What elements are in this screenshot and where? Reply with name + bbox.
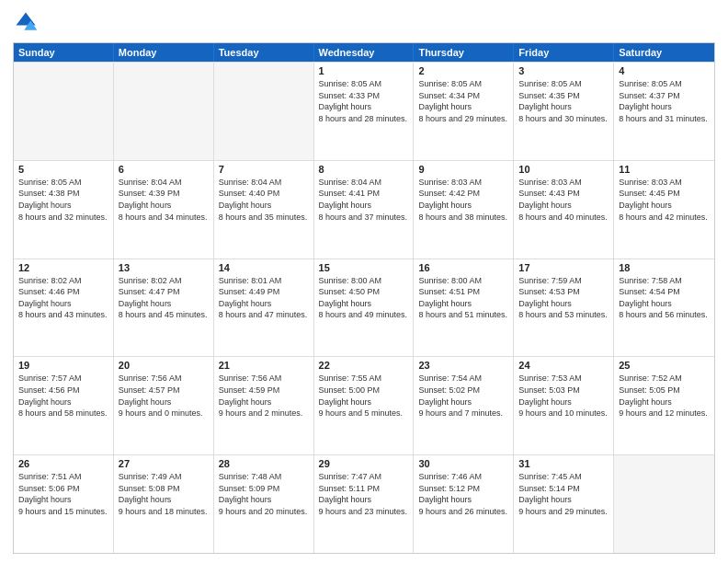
calendar-cell: 10Sunrise: 8:03 AMSunset: 4:43 PMDayligh…	[514, 161, 614, 259]
calendar-week: 12Sunrise: 8:02 AMSunset: 4:46 PMDayligh…	[14, 259, 714, 357]
day-detail: Sunrise: 7:45 AMSunset: 5:14 PMDaylight …	[518, 471, 609, 517]
calendar-cell: 23Sunrise: 7:54 AMSunset: 5:02 PMDayligh…	[414, 357, 514, 454]
day-number: 30	[418, 458, 508, 469]
calendar-week: 26Sunrise: 7:51 AMSunset: 5:06 PMDayligh…	[14, 454, 714, 553]
calendar-cell: 18Sunrise: 7:58 AMSunset: 4:54 PMDayligh…	[614, 259, 714, 357]
day-detail: Sunrise: 8:05 AMSunset: 4:35 PMDaylight …	[518, 78, 609, 124]
calendar-cell: 25Sunrise: 7:52 AMSunset: 5:05 PMDayligh…	[614, 357, 714, 454]
calendar-cell	[114, 63, 214, 160]
logo	[13, 9, 42, 35]
calendar-cell	[614, 455, 714, 553]
day-detail: Sunrise: 8:02 AMSunset: 4:47 PMDaylight …	[119, 275, 209, 321]
day-number: 2	[418, 65, 508, 76]
day-number: 6	[119, 164, 209, 175]
day-detail: Sunrise: 7:52 AMSunset: 5:05 PMDaylight …	[619, 373, 710, 419]
header	[13, 9, 715, 35]
calendar-cell: 19Sunrise: 7:57 AMSunset: 4:56 PMDayligh…	[14, 357, 114, 454]
calendar-body: 1Sunrise: 8:05 AMSunset: 4:33 PMDaylight…	[14, 62, 714, 553]
day-detail: Sunrise: 7:53 AMSunset: 5:03 PMDaylight …	[518, 373, 609, 419]
calendar-cell: 4Sunrise: 8:05 AMSunset: 4:37 PMDaylight…	[614, 63, 714, 160]
day-number: 1	[319, 65, 409, 76]
day-detail: Sunrise: 8:02 AMSunset: 4:46 PMDaylight …	[18, 275, 108, 321]
day-number: 27	[119, 458, 209, 469]
calendar-cell: 24Sunrise: 7:53 AMSunset: 5:03 PMDayligh…	[514, 357, 614, 454]
day-detail: Sunrise: 8:04 AMSunset: 4:40 PMDaylight …	[219, 177, 309, 223]
day-number: 20	[119, 360, 209, 371]
day-number: 3	[518, 65, 609, 76]
day-number: 17	[518, 262, 609, 273]
day-detail: Sunrise: 8:00 AMSunset: 4:51 PMDaylight …	[418, 275, 508, 321]
day-detail: Sunrise: 7:56 AMSunset: 4:59 PMDaylight …	[219, 373, 309, 419]
day-detail: Sunrise: 7:58 AMSunset: 4:54 PMDaylight …	[619, 275, 710, 321]
day-detail: Sunrise: 8:05 AMSunset: 4:34 PMDaylight …	[418, 78, 508, 124]
day-detail: Sunrise: 7:55 AMSunset: 5:00 PMDaylight …	[319, 373, 409, 419]
day-number: 13	[119, 262, 209, 273]
day-detail: Sunrise: 8:00 AMSunset: 4:50 PMDaylight …	[319, 275, 409, 321]
day-number: 24	[518, 360, 609, 371]
day-detail: Sunrise: 8:04 AMSunset: 4:41 PMDaylight …	[319, 177, 409, 223]
day-detail: Sunrise: 7:47 AMSunset: 5:11 PMDaylight …	[319, 471, 409, 517]
calendar-cell: 14Sunrise: 8:01 AMSunset: 4:49 PMDayligh…	[214, 259, 314, 357]
calendar-cell: 26Sunrise: 7:51 AMSunset: 5:06 PMDayligh…	[14, 455, 114, 553]
calendar-cell: 27Sunrise: 7:49 AMSunset: 5:08 PMDayligh…	[114, 455, 214, 553]
day-number: 25	[619, 360, 710, 371]
calendar-cell: 3Sunrise: 8:05 AMSunset: 4:35 PMDaylight…	[514, 63, 614, 160]
calendar-header: SundayMondayTuesdayWednesdayThursdayFrid…	[14, 43, 714, 62]
calendar-week: 19Sunrise: 7:57 AMSunset: 4:56 PMDayligh…	[14, 356, 714, 454]
day-number: 22	[319, 360, 409, 371]
calendar-cell: 12Sunrise: 8:02 AMSunset: 4:46 PMDayligh…	[14, 259, 114, 357]
weekday-header: Tuesday	[214, 43, 314, 62]
calendar-cell: 20Sunrise: 7:56 AMSunset: 4:57 PMDayligh…	[114, 357, 214, 454]
calendar-cell: 7Sunrise: 8:04 AMSunset: 4:40 PMDaylight…	[214, 161, 314, 259]
calendar-week: 1Sunrise: 8:05 AMSunset: 4:33 PMDaylight…	[14, 62, 714, 160]
day-detail: Sunrise: 8:03 AMSunset: 4:42 PMDaylight …	[418, 177, 508, 223]
calendar-cell: 13Sunrise: 8:02 AMSunset: 4:47 PMDayligh…	[114, 259, 214, 357]
day-detail: Sunrise: 8:04 AMSunset: 4:39 PMDaylight …	[119, 177, 209, 223]
day-number: 31	[518, 458, 609, 469]
day-detail: Sunrise: 7:48 AMSunset: 5:09 PMDaylight …	[219, 471, 309, 517]
calendar-cell: 5Sunrise: 8:05 AMSunset: 4:38 PMDaylight…	[14, 161, 114, 259]
day-number: 4	[619, 65, 710, 76]
day-detail: Sunrise: 8:01 AMSunset: 4:49 PMDaylight …	[219, 275, 309, 321]
calendar-week: 5Sunrise: 8:05 AMSunset: 4:38 PMDaylight…	[14, 160, 714, 259]
calendar-cell: 17Sunrise: 7:59 AMSunset: 4:53 PMDayligh…	[514, 259, 614, 357]
day-number: 16	[418, 262, 508, 273]
day-number: 5	[18, 164, 108, 175]
day-number: 12	[18, 262, 108, 273]
calendar-cell: 15Sunrise: 8:00 AMSunset: 4:50 PMDayligh…	[314, 259, 415, 357]
day-detail: Sunrise: 7:51 AMSunset: 5:06 PMDaylight …	[18, 471, 108, 517]
calendar-cell: 1Sunrise: 8:05 AMSunset: 4:33 PMDaylight…	[314, 63, 415, 160]
day-detail: Sunrise: 7:54 AMSunset: 5:02 PMDaylight …	[418, 373, 508, 419]
day-number: 14	[219, 262, 309, 273]
weekday-header: Thursday	[414, 43, 514, 62]
logo-icon	[13, 9, 39, 35]
day-number: 15	[319, 262, 409, 273]
day-detail: Sunrise: 8:05 AMSunset: 4:38 PMDaylight …	[18, 177, 108, 223]
day-detail: Sunrise: 8:05 AMSunset: 4:33 PMDaylight …	[319, 78, 409, 124]
day-number: 23	[418, 360, 508, 371]
weekday-header: Saturday	[614, 43, 714, 62]
day-number: 10	[518, 164, 609, 175]
day-detail: Sunrise: 7:57 AMSunset: 4:56 PMDaylight …	[18, 373, 108, 419]
day-number: 29	[319, 458, 409, 469]
calendar-cell: 8Sunrise: 8:04 AMSunset: 4:41 PMDaylight…	[314, 161, 415, 259]
day-number: 19	[18, 360, 108, 371]
calendar-cell	[14, 63, 114, 160]
calendar-cell	[214, 63, 314, 160]
day-number: 7	[219, 164, 309, 175]
day-detail: Sunrise: 7:46 AMSunset: 5:12 PMDaylight …	[418, 471, 508, 517]
calendar-cell: 16Sunrise: 8:00 AMSunset: 4:51 PMDayligh…	[414, 259, 514, 357]
day-number: 9	[418, 164, 508, 175]
weekday-header: Monday	[114, 43, 214, 62]
calendar-cell: 21Sunrise: 7:56 AMSunset: 4:59 PMDayligh…	[214, 357, 314, 454]
day-number: 26	[18, 458, 108, 469]
day-detail: Sunrise: 8:05 AMSunset: 4:37 PMDaylight …	[619, 78, 710, 124]
page: SundayMondayTuesdayWednesdayThursdayFrid…	[0, 0, 728, 563]
calendar-cell: 29Sunrise: 7:47 AMSunset: 5:11 PMDayligh…	[314, 455, 415, 553]
weekday-header: Wednesday	[314, 43, 415, 62]
day-number: 11	[619, 164, 710, 175]
calendar-cell: 31Sunrise: 7:45 AMSunset: 5:14 PMDayligh…	[514, 455, 614, 553]
day-number: 28	[219, 458, 309, 469]
day-number: 8	[319, 164, 409, 175]
weekday-header: Friday	[514, 43, 614, 62]
